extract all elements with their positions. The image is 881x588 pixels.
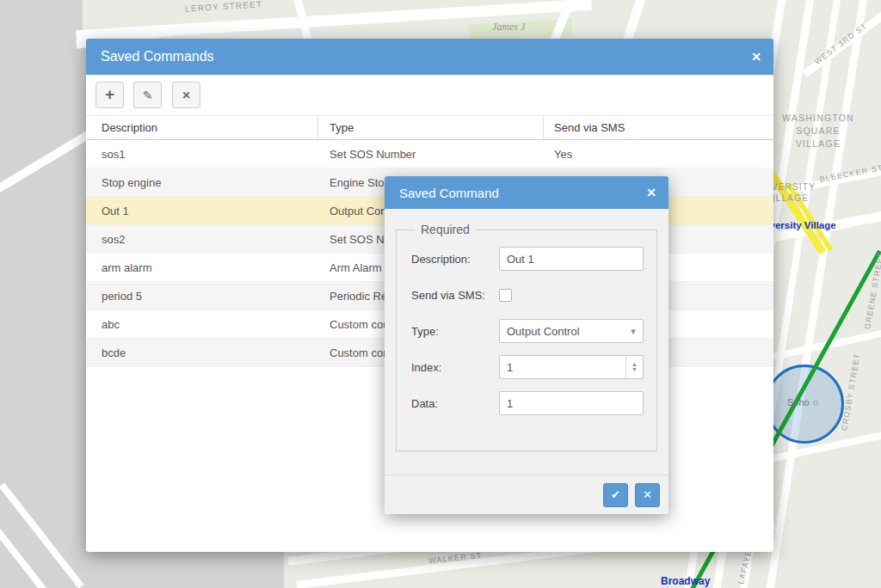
field-row-data: Data: bbox=[411, 391, 648, 415]
table-header-row: Description Type Send via SMS bbox=[86, 115, 773, 140]
cell-description: Stop engine bbox=[86, 176, 318, 189]
type-select[interactable]: Output Control ▾ bbox=[499, 319, 644, 343]
x-icon: ✕ bbox=[182, 89, 190, 101]
cell-sms: Yes bbox=[544, 148, 773, 161]
pencil-icon: ✎ bbox=[143, 89, 153, 102]
saved-command-header[interactable]: Saved Command ✕ bbox=[385, 176, 668, 209]
cell-description: arm alarm bbox=[86, 261, 318, 274]
cell-description: Out 1 bbox=[86, 205, 318, 217]
column-header-description[interactable]: Description bbox=[86, 116, 318, 139]
area-label-line: SQUARE bbox=[777, 125, 859, 138]
type-label: Type: bbox=[411, 325, 499, 338]
description-label: Description: bbox=[411, 253, 499, 266]
column-header-type[interactable]: Type bbox=[318, 116, 544, 139]
field-row-sms: Send via SMS: bbox=[411, 283, 648, 307]
map-land bbox=[284, 550, 881, 588]
check-icon: ✔ bbox=[611, 488, 620, 501]
cell-description: sos2 bbox=[86, 233, 318, 246]
field-row-index: Index: ▲ ▼ bbox=[411, 355, 648, 379]
add-command-button[interactable]: + bbox=[95, 82, 124, 108]
place-label: Soho bbox=[787, 397, 818, 407]
type-select-value: Output Control bbox=[500, 325, 624, 338]
pier-line bbox=[0, 483, 84, 588]
area-label-line: WASHINGTON bbox=[777, 112, 859, 125]
remove-command-button[interactable]: ✕ bbox=[172, 82, 200, 108]
close-icon[interactable]: ✕ bbox=[646, 187, 656, 199]
sms-label: Send via SMS: bbox=[411, 289, 499, 302]
fieldset-legend: Required bbox=[415, 223, 476, 236]
saved-command-dialog: Saved Command ✕ Required Description: Se… bbox=[385, 176, 668, 514]
dialog-title: Saved Commands bbox=[101, 49, 751, 64]
cell-description: sos1 bbox=[86, 148, 318, 161]
area-label-line: VILLAGE bbox=[777, 138, 859, 150]
place-label: Broadway bbox=[661, 575, 710, 587]
column-header-sms[interactable]: Send via SMS bbox=[544, 116, 773, 139]
saved-commands-header[interactable]: Saved Commands ✕ bbox=[86, 39, 773, 75]
sms-checkbox[interactable] bbox=[499, 289, 512, 302]
index-label: Index: bbox=[411, 361, 499, 374]
place-marker-icon bbox=[813, 401, 818, 406]
cell-description: abc bbox=[86, 318, 318, 331]
cell-description: bcde bbox=[86, 346, 318, 359]
commands-toolbar: + ✎ ✕ bbox=[86, 75, 773, 115]
index-input[interactable] bbox=[500, 356, 625, 378]
dialog-title: Saved Command bbox=[399, 186, 646, 200]
x-icon: ✕ bbox=[643, 488, 652, 501]
field-row-type: Type: Output Control ▾ bbox=[411, 319, 648, 343]
spinner-down-icon[interactable]: ▼ bbox=[631, 367, 638, 372]
index-stepper[interactable]: ▲ ▼ bbox=[499, 355, 644, 379]
data-label: Data: bbox=[411, 397, 499, 410]
stepper-buttons[interactable]: ▲ ▼ bbox=[625, 356, 643, 378]
cell-type: Set SOS Number bbox=[318, 148, 544, 161]
cell-description: period 5 bbox=[86, 290, 318, 303]
table-row[interactable]: sos1 Set SOS Number Yes bbox=[86, 140, 773, 168]
description-input[interactable] bbox=[499, 247, 644, 271]
park-label: James J bbox=[492, 21, 525, 34]
cancel-button[interactable]: ✕ bbox=[635, 483, 660, 507]
edit-command-button[interactable]: ✎ bbox=[133, 82, 162, 108]
area-label: WASHINGTON SQUARE VILLAGE bbox=[777, 112, 859, 150]
data-input[interactable] bbox=[499, 391, 644, 415]
street-line bbox=[0, 126, 99, 196]
required-fieldset: Required Description: Send via SMS: Type… bbox=[396, 223, 657, 451]
field-row-description: Description: bbox=[411, 247, 648, 271]
dialog-footer: ✔ ✕ bbox=[385, 475, 668, 514]
chevron-down-icon[interactable]: ▾ bbox=[624, 326, 643, 337]
plus-icon: + bbox=[105, 85, 114, 104]
close-icon[interactable]: ✕ bbox=[751, 51, 761, 63]
save-button[interactable]: ✔ bbox=[603, 483, 628, 507]
place-label-text: Soho bbox=[787, 397, 810, 407]
